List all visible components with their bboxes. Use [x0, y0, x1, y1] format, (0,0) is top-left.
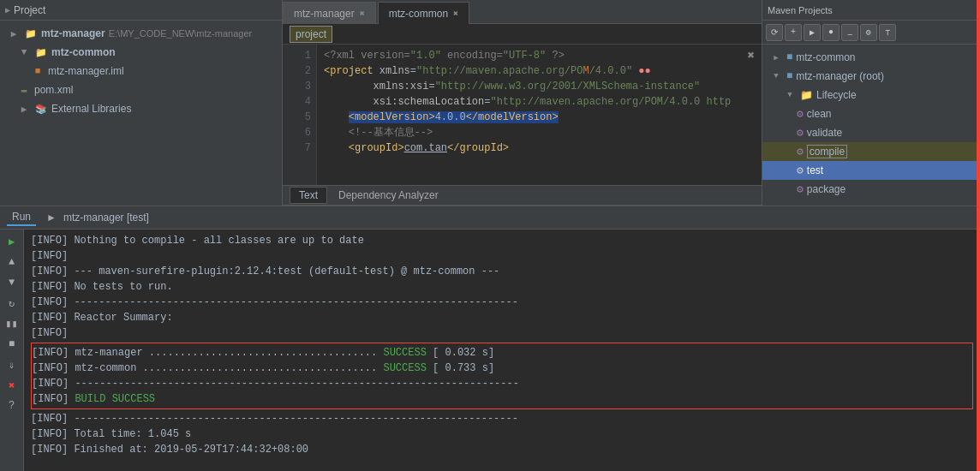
- maven-item-mtz-common[interactable]: ▶ ■ mtz-common: [762, 48, 980, 67]
- output-line-5: [INFO] ---------------------------------…: [31, 295, 973, 310]
- tab-close-icon[interactable]: ✖: [360, 9, 365, 19]
- tree-item-iml[interactable]: ■ mtz-manager.iml: [0, 62, 282, 80]
- output-line-11: [INFO] BUILD SUCCESS: [32, 391, 972, 407]
- maven-item-label: mtz-common: [796, 51, 855, 63]
- run-settings-button[interactable]: ?: [3, 397, 21, 414]
- output-line-1: [INFO] Nothing to compile - all classes …: [31, 233, 973, 248]
- gear-icon: ⚙: [797, 164, 804, 177]
- iml-icon: ■: [31, 64, 45, 78]
- editor-bottom-tabs: Text Dependency Analyzer: [283, 185, 762, 206]
- output-line-9: [INFO] mtz-common ......................…: [32, 361, 972, 376]
- tree-item-label: External Libraries: [51, 103, 131, 115]
- expand-icon: ▼: [769, 69, 783, 83]
- run-down-button[interactable]: ▼: [3, 274, 21, 291]
- output-line-7: [INFO]: [31, 325, 973, 341]
- tree-item-ext-libs[interactable]: ▶ 📚 External Libraries: [0, 99, 282, 118]
- expand-icon: ▶: [7, 27, 21, 40]
- run-tab[interactable]: Run: [7, 209, 36, 226]
- tab-mtz-manager[interactable]: mtz-manager ✖: [283, 2, 376, 24]
- maven-item-lifecycle[interactable]: ▼ 📁 Lifecycle: [762, 86, 980, 104]
- run-sidebar: ▶ ▲ ▼ ↻ ▮▮ ■ ⇓ ✖ ?: [0, 230, 24, 471]
- maven-item-clean[interactable]: ⚙ clean: [762, 104, 980, 123]
- code-editor[interactable]: 1 2 3 4 5 6 7 <?xml version="1.0" encodi…: [283, 45, 762, 185]
- bottom-tab-dependency[interactable]: Dependency Analyzer: [329, 187, 448, 204]
- tab-mtz-common[interactable]: mtz-common ✖: [378, 2, 469, 24]
- gear-icon: ⚙: [797, 107, 804, 121]
- tree-item-label: mtz-manager.iml: [48, 65, 124, 77]
- run-up-button[interactable]: ▲: [3, 253, 21, 271]
- output-line-6: [INFO] Reactor Summary:: [31, 310, 973, 325]
- code-line-7: <groupId>com.tan</groupId>: [324, 140, 755, 156]
- code-line-4: xsi:schemaLocation="http://maven.apache.…: [324, 94, 755, 110]
- bottom-tab-text[interactable]: Text: [290, 187, 327, 204]
- run-scroll-button[interactable]: ⇓: [3, 356, 21, 373]
- line-num-6: 6: [283, 125, 311, 140]
- project-panel-header: ▶ Project: [0, 0, 282, 21]
- tab-label: mtz-manager: [294, 8, 355, 20]
- module-icon: ■: [786, 70, 792, 82]
- maven-item-package[interactable]: ⚙ package: [762, 180, 980, 199]
- run-stop-button[interactable]: ■: [3, 336, 21, 353]
- line-num-1: 1: [283, 48, 311, 63]
- close-editor-button[interactable]: ✖: [748, 48, 755, 63]
- breadcrumb: project: [283, 24, 762, 45]
- maven-refresh-btn[interactable]: ⟳: [766, 24, 783, 41]
- maven-settings-btn[interactable]: ⚙: [860, 24, 877, 41]
- run-pause-button[interactable]: ▮▮: [3, 315, 21, 332]
- project-label: Project: [14, 4, 45, 16]
- tab-close-icon[interactable]: ✖: [453, 9, 458, 19]
- expand-icon: ▼: [783, 88, 797, 102]
- maven-item-validate[interactable]: ⚙ validate: [762, 123, 980, 142]
- maven-skip-btn[interactable]: ⚊: [841, 24, 858, 41]
- code-line-1: <?xml version="1.0" encoding="UTF-8" ?>: [324, 48, 755, 63]
- code-content[interactable]: <?xml version="1.0" encoding="UTF-8" ?> …: [317, 45, 762, 185]
- maven-item-label: compile: [807, 145, 847, 158]
- code-line-5: <modelVersion>4.0.0</modelVersion>: [324, 110, 755, 125]
- editor-panel: mtz-manager ✖ mtz-common ✖ project 1 2 3…: [283, 0, 762, 206]
- project-tree: ▶ 📁 mtz-manager E:\MY_CODE_NEW\mtz-manag…: [0, 21, 282, 206]
- output-line-10: [INFO] ---------------------------------…: [32, 376, 972, 391]
- tree-item-label: pom.xml: [34, 84, 73, 96]
- expand-icon: ▼: [17, 45, 31, 59]
- run-rerun-button[interactable]: ↻: [3, 295, 21, 312]
- maven-item-label: validate: [807, 127, 842, 139]
- code-line-2: <project xmlns="http://maven.apache.org/…: [324, 63, 755, 79]
- output-line-8: [INFO] mtz-manager .....................…: [32, 345, 972, 361]
- line-numbers: 1 2 3 4 5 6 7: [283, 45, 317, 185]
- bottom-tab-label: Dependency Analyzer: [338, 189, 439, 201]
- maven-item-label: mtz-manager (root): [796, 70, 884, 82]
- gear-icon: ⚙: [797, 145, 804, 158]
- run-output: [INFO] Nothing to compile - all classes …: [24, 230, 980, 471]
- maven-item-mtz-manager[interactable]: ▼ ■ mtz-manager (root): [762, 67, 980, 86]
- breadcrumb-project[interactable]: project: [290, 26, 332, 43]
- maven-run-btn[interactable]: ▶: [804, 24, 821, 41]
- run-close-button[interactable]: ✖: [3, 377, 21, 394]
- output-line-13: [INFO] Total time: 1.045 s: [31, 426, 973, 442]
- maven-tree: ▶ ■ mtz-common ▼ ■ mtz-manager (root) ▼ …: [762, 45, 980, 206]
- code-line-3: xmlns:xsi="http://www.w3.org/2001/XMLSch…: [324, 79, 755, 94]
- editor-tabs: mtz-manager ✖ mtz-common ✖: [283, 0, 762, 24]
- tree-item-pom[interactable]: ▬ pom.xml: [0, 80, 282, 99]
- maven-debug-btn[interactable]: ●: [822, 24, 840, 41]
- folder-icon: 📁: [24, 27, 38, 40]
- run-play-button[interactable]: ▶: [3, 233, 21, 250]
- maven-item-label: clean: [807, 108, 832, 120]
- output-line-3: [INFO] --- maven-surefire-plugin:2.12.4:…: [31, 264, 973, 279]
- maven-item-test[interactable]: ⚙ test: [762, 161, 980, 180]
- run-panel-header: Run ► mtz-manager [test]: [0, 206, 980, 230]
- maven-item-label: Lifecycle: [816, 89, 857, 101]
- maven-collapse-btn[interactable]: ⊤: [879, 24, 896, 41]
- lib-icon: 📚: [34, 102, 48, 116]
- output-line-4: [INFO] No tests to run.: [31, 279, 973, 295]
- run-panel-title: mtz-manager [test]: [63, 212, 149, 224]
- output-line-12: [INFO] ---------------------------------…: [31, 411, 973, 426]
- output-line-2: [INFO]: [31, 248, 973, 264]
- maven-item-compile[interactable]: ⚙ compile: [762, 142, 980, 161]
- tree-item-mtz-manager[interactable]: ▶ 📁 mtz-manager E:\MY_CODE_NEW\mtz-manag…: [0, 24, 282, 43]
- line-num-7: 7: [283, 140, 311, 156]
- expand-icon: ▶: [769, 51, 783, 64]
- expand-icon: ▶: [17, 102, 31, 116]
- maven-add-btn[interactable]: +: [785, 24, 802, 41]
- tree-item-mtz-common[interactable]: ▼ 📁 mtz-common: [0, 43, 282, 62]
- project-tree-panel: ▶ Project ▶ 📁 mtz-manager E:\MY_CODE_NEW…: [0, 0, 283, 206]
